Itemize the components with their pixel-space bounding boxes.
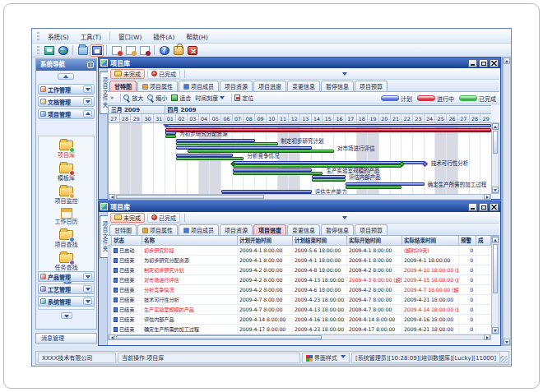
actual-bar[interactable] [176, 142, 277, 145]
project-folder-tab[interactable]: 项目文件夹 [100, 215, 108, 258]
monitor-button[interactable] [42, 44, 56, 57]
sidebar-group-文档管理[interactable]: 文档管理 [38, 96, 95, 107]
sidebar-tab-message-management[interactable]: 消息管理 [35, 333, 97, 344]
sidebar-item-模板库[interactable]: 模板库 [39, 159, 94, 182]
sidebar-item-项目监控[interactable]: 项目监控 [39, 182, 94, 205]
tab-甘特图[interactable]: 甘特图 [109, 81, 137, 91]
column-header-实际开始时间[interactable]: 实际开始时间 [347, 236, 402, 246]
tab-项目成员[interactable]: 项目成员 [179, 81, 219, 91]
group-chevron-button[interactable] [83, 297, 92, 305]
column-header-计划结束时间[interactable]: 计划结束时间 [293, 236, 347, 246]
tab-甘特图[interactable]: 甘特图 [109, 224, 137, 235]
sidebar-item-任务查找[interactable]: 任务查找 [39, 249, 94, 272]
table-row[interactable]: 已结束评估内部产品2009-4-14 8:00:002009-4-16 18:0… [108, 315, 491, 325]
column-header-预警[interactable]: 预警 [459, 236, 476, 246]
timescale-dropdown[interactable]: 时间刻度 [195, 94, 225, 102]
incomplete-filter-button[interactable]: 未完成 [110, 69, 145, 79]
more-tools-button[interactable]: » [110, 95, 114, 101]
sidebar-group-产品管理[interactable]: 产品管理 [38, 271, 95, 282]
sidebar-group-工作管理[interactable]: 工作管理 [38, 84, 95, 95]
sidebar-item-项目查找[interactable]: 项目查找 [39, 226, 94, 249]
pin-icon[interactable] [87, 62, 94, 68]
table-window-titlebar[interactable]: 项目库 [99, 201, 500, 212]
minimize-button[interactable] [468, 203, 477, 211]
ui-style-dropdown[interactable]: 界面样式 [302, 353, 350, 363]
sidebar-group-项目管理[interactable]: 项目管理 [38, 108, 95, 119]
menu-item-工具[interactable]: 工具(T) [75, 30, 107, 43]
group-chevron-button[interactable] [83, 285, 92, 293]
plan-bar[interactable] [233, 168, 312, 172]
table-row[interactable]: 已结束确定生产所需的加工过程2009-4-17 8:00:002009-4-23… [108, 325, 491, 334]
menu-item-插件[interactable]: 插件(A) [147, 30, 180, 43]
exit-button[interactable] [185, 44, 199, 57]
mdi-scrollbar[interactable] [503, 57, 511, 346]
tab-暂停信息[interactable]: 暂停信息 [321, 224, 354, 235]
sidebar-item-项目库[interactable]: 项目库 [39, 136, 94, 159]
menu-item-窗口[interactable]: 窗口(W) [113, 30, 147, 43]
filter-dropdown-icon[interactable] [342, 216, 347, 219]
resize-grip[interactable] [500, 356, 508, 363]
incomplete-filter-button[interactable]: 未完成 [110, 213, 145, 223]
sidebar-overflow-button[interactable] [61, 312, 72, 319]
gantt-window-titlebar[interactable]: 项目库 [99, 58, 500, 68]
column-header-实际结束时间[interactable]: 实际结束时间 [402, 236, 459, 246]
column-header-成[interactable]: 成 [476, 236, 491, 246]
summary-plan-bar[interactable] [165, 124, 491, 127]
zoom-in-button[interactable]: 放大 [123, 94, 143, 102]
table-row[interactable]: 已结束分析竞争情况2009-4-2 8:00:002009-4-6 18:00:… [108, 285, 491, 295]
column-header-状态[interactable]: 状态 [112, 236, 142, 246]
tab-项目预算[interactable]: 项目预算 [355, 81, 388, 91]
group-chevron-button[interactable] [83, 98, 92, 105]
tab-暂停信息[interactable]: 暂停信息 [321, 81, 354, 91]
group-chevron-button[interactable] [83, 110, 92, 118]
actual-bar[interactable] [165, 135, 177, 138]
column-header-名称[interactable]: 名称 [142, 236, 238, 246]
tab-项目进度[interactable]: 项目进度 [253, 81, 286, 91]
folder-button[interactable] [76, 44, 90, 57]
close-button[interactable] [490, 203, 499, 211]
restore-button[interactable] [479, 203, 488, 211]
minimize-button[interactable] [468, 59, 477, 67]
table-row[interactable]: 已启动初步研究阶段2009-4-1 8:00:002009-5-6 18:00:… [108, 246, 491, 256]
table-row[interactable]: 已结束制定初步研究计划2009-4-2 8:00:002009-4-8 18:0… [108, 265, 491, 275]
close-button[interactable] [490, 59, 499, 67]
group-chevron-button[interactable] [83, 273, 92, 280]
gantt-body[interactable]: 为初步研究分配资源制定初步研究计划对市场进行评估分析竞争情况技术可行性分析生产实… [109, 123, 491, 195]
lock-button[interactable] [171, 44, 185, 57]
actual-bar[interactable] [176, 157, 244, 160]
project-folder-tab[interactable]: 项目文件夹 [100, 71, 108, 114]
globe-button[interactable] [56, 44, 70, 57]
menu-item-系统[interactable]: 系统(S) [42, 30, 75, 43]
tab-项目预算[interactable]: 项目预算 [355, 224, 388, 235]
locate-button[interactable]: 定位 [234, 94, 253, 102]
restore-button[interactable] [479, 59, 488, 67]
fit-button[interactable]: 适合 [171, 94, 191, 102]
sidebar-item-工作日历[interactable]: 工作日历 [39, 205, 94, 226]
doc-edit-button[interactable] [123, 44, 137, 57]
doc-add-button[interactable] [109, 44, 123, 57]
tab-项目资源[interactable]: 项目资源 [220, 81, 253, 91]
sidebar-group-系统管理[interactable]: 系统管理 [38, 296, 95, 307]
table-row[interactable]: 已结束生产实验室规模的产品2009-4-7 8:00:002009-4-13 1… [108, 305, 491, 315]
filter-dropdown-icon[interactable] [342, 72, 347, 76]
zoom-out-button[interactable]: 缩小 [147, 94, 167, 102]
gantt-vscrollbar[interactable] [491, 122, 499, 194]
tab-变更信息[interactable]: 变更信息 [287, 224, 320, 235]
actual-bar[interactable] [233, 172, 323, 175]
tab-项目资源[interactable]: 项目资源 [220, 224, 253, 235]
doc-del-button[interactable] [137, 44, 151, 57]
tab-项目成员[interactable]: 项目成员 [179, 224, 219, 235]
table-row[interactable]: 已结束为初步研究分配资源2009-4-1 8:00:002009-4-1 18:… [108, 256, 491, 265]
table-row[interactable]: 已结束技术可行性分析2009-4-7 8:00:002009-4-23 18:0… [108, 295, 491, 305]
actual-bar[interactable] [346, 186, 402, 189]
group-chevron-button[interactable] [83, 85, 92, 93]
column-header-计划开始时间[interactable]: 计划开始时间 [238, 236, 293, 246]
tab-项目属性[interactable]: 项目属性 [137, 81, 178, 91]
table-row[interactable]: 已结束对市场进行评估2009-4-2 8:00:002009-4-13 18:0… [108, 275, 491, 285]
sidebar-group-工艺管理[interactable]: 工艺管理 [38, 284, 95, 294]
gantt-hscrollbar[interactable] [108, 194, 491, 200]
table-hscrollbar[interactable] [108, 334, 491, 340]
tab-项目进度[interactable]: 项目进度 [253, 224, 286, 235]
complete-filter-button[interactable]: 已完成 [147, 69, 180, 79]
save-button[interactable] [90, 44, 104, 57]
